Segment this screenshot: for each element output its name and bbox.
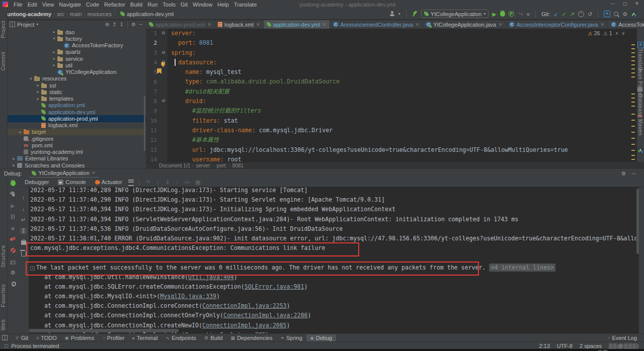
- editor-breadcrumb-item[interactable]: 8081: [232, 163, 244, 168]
- minimize-button[interactable]: —: [607, 0, 619, 8]
- next-error-icon[interactable]: ∨: [621, 31, 625, 36]
- warning-stripe-mark[interactable]: [631, 94, 635, 95]
- tree-arrow-icon[interactable]: ▸: [51, 56, 57, 61]
- warning-stripe-mark[interactable]: [631, 120, 635, 121]
- tool-window-button-debug[interactable]: ◆Debug: [306, 334, 336, 341]
- menu-code[interactable]: Code: [84, 2, 102, 8]
- warning-stripe-mark[interactable]: [631, 98, 635, 99]
- run-to-cursor-icon[interactable]: ↦: [183, 179, 191, 186]
- warning-stripe-mark[interactable]: [631, 56, 635, 57]
- warning-stripe-mark[interactable]: [631, 64, 635, 65]
- inspection-widget[interactable]: ⚠26 ⚠1 ∧ ∨: [588, 30, 625, 36]
- plugin-colorful-icon[interactable]: [631, 11, 637, 17]
- debug-settings-gear-icon[interactable]: ⚙: [621, 170, 626, 177]
- close-tab-icon[interactable]: ✕: [323, 22, 327, 27]
- tree-item-factory[interactable]: ▾factory: [8, 35, 146, 42]
- warning-stripe-mark[interactable]: [631, 159, 635, 160]
- tree-item-application-prod-yml[interactable]: application-prod.yml: [8, 115, 146, 122]
- prev-error-icon[interactable]: ∧: [615, 31, 619, 36]
- tool-stripe-favorites[interactable]: Favorites: [1, 284, 6, 307]
- tool-window-button-dependencies[interactable]: ▦Dependencies: [227, 334, 277, 341]
- console-vertical-scrollbar[interactable]: [636, 189, 639, 254]
- tool-stripe-project[interactable]: Project: [1, 21, 6, 38]
- editor-breadcrumb-item[interactable]: port:: [217, 163, 227, 168]
- menu-tools[interactable]: Tools: [160, 2, 178, 8]
- menu-run[interactable]: Run: [145, 2, 160, 8]
- menu-refactor[interactable]: Refactor: [102, 2, 128, 8]
- menu-window[interactable]: Window: [190, 2, 215, 8]
- status-segment[interactable]: 2:13: [539, 343, 549, 349]
- tree-item-service[interactable]: ▸service: [8, 55, 146, 62]
- close-tab-icon[interactable]: ✕: [207, 22, 211, 27]
- project-scrollbar[interactable]: [144, 96, 145, 151]
- close-tab-icon[interactable]: ✕: [499, 22, 503, 27]
- expand-all-icon[interactable]: ↥: [111, 22, 118, 27]
- tree-arrow-icon[interactable]: ▸: [35, 97, 41, 101]
- scroll-to-end-icon[interactable]: ↧: [20, 228, 27, 234]
- tree-arrow-icon[interactable]: ▸: [51, 50, 57, 54]
- tool-window-button-todo[interactable]: ≡TODO: [32, 334, 61, 341]
- debug-settings-icon[interactable]: ⚙: [10, 270, 16, 276]
- menu-build[interactable]: Build: [128, 2, 145, 8]
- debug-button[interactable]: [500, 11, 505, 17]
- run-button[interactable]: ▶: [492, 11, 496, 17]
- tree-arrow-icon[interactable]: ▸: [51, 63, 57, 67]
- tree-item--gitignore[interactable]: .gitignore: [8, 135, 146, 142]
- tree-item-quartz[interactable]: ▸quartz: [8, 49, 146, 55]
- tool-stripe-structure[interactable]: Structure: [1, 245, 6, 268]
- db-icon[interactable]: [637, 87, 642, 92]
- warning-stripe-mark[interactable]: [631, 76, 635, 77]
- pause-icon[interactable]: [10, 214, 16, 220]
- stop-icon[interactable]: ■: [10, 225, 16, 231]
- breadcrumb-item[interactable]: src: [57, 11, 64, 17]
- editor-breadcrumb-item[interactable]: Document 1/1: [159, 163, 190, 168]
- eq-icon[interactable]: [637, 147, 643, 153]
- tree-item-application-yml[interactable]: application.yml: [8, 102, 146, 109]
- status-segment[interactable]: UTF-8: [557, 343, 573, 349]
- profiler-button[interactable]: Ⓟ: [509, 11, 514, 17]
- fold-icon[interactable]: ⊖: [162, 30, 166, 35]
- rollback-icon[interactable]: ↺: [588, 11, 592, 17]
- warning-stripe-mark[interactable]: [631, 132, 635, 133]
- tree-arrow-icon[interactable]: ▸: [17, 130, 24, 134]
- menu-file[interactable]: File: [11, 2, 25, 8]
- tree-item-application-dev-yml[interactable]: application-dev.yml: [8, 109, 146, 115]
- step-out-icon[interactable]: ↑: [175, 179, 181, 185]
- tool-window-button-problems[interactable]: ◉Problems: [61, 334, 98, 341]
- locate-file-icon[interactable]: ⊕: [104, 22, 111, 27]
- tree-item-templates[interactable]: ▸templates: [8, 96, 146, 102]
- tree-item-logback-xml[interactable]: logback.xml: [8, 122, 146, 129]
- editor[interactable]: 1234567891011121314⊖⊖⊖⊖ server: port: 80…: [146, 29, 637, 162]
- warning-stripe-mark[interactable]: [631, 155, 635, 156]
- warning-stripe-mark[interactable]: [631, 60, 635, 61]
- print-icon[interactable]: [20, 239, 27, 245]
- translate-icon[interactable]: [637, 42, 644, 48]
- tab-accesstokenfactory-java[interactable]: AccessTokenFactory.java✕: [608, 20, 644, 29]
- warning-stripe-mark[interactable]: [631, 126, 635, 127]
- modify-run-config-icon[interactable]: [10, 191, 16, 198]
- clear-console-icon[interactable]: [20, 250, 27, 257]
- tab-logback-xml[interactable]: logback.xml✕: [215, 20, 264, 29]
- hide-panel-icon[interactable]: ─: [137, 22, 144, 27]
- pin-icon[interactable]: [10, 281, 16, 288]
- close-button[interactable]: ✕: [631, 0, 643, 8]
- evaluate-expression-icon[interactable]: ▦: [194, 179, 202, 186]
- menu-navigate[interactable]: Navigate: [56, 2, 83, 8]
- view-breakpoints-icon[interactable]: [10, 236, 16, 243]
- tree-item-ytcollegeapplication[interactable]: YtCollegeApplication: [8, 69, 146, 75]
- tree-item-pom-xml[interactable]: pom.xml: [8, 142, 146, 148]
- search-everywhere-icon[interactable]: [614, 12, 619, 17]
- tree-arrow-icon[interactable]: ▾: [28, 76, 34, 81]
- event-log-button[interactable]: ◔Event Log: [607, 335, 644, 341]
- tree-item-target[interactable]: ▸target: [8, 129, 146, 135]
- maximize-button[interactable]: ▢: [619, 0, 631, 8]
- breadcrumb-item[interactable]: main: [70, 11, 82, 17]
- tree-item-ssl[interactable]: ▸ssl: [8, 82, 146, 89]
- force-step-into-icon[interactable]: ⇓: [164, 179, 171, 186]
- tab-announcementcontroller-java[interactable]: AnnouncementController.java✕: [330, 20, 423, 29]
- tool-window-button-git[interactable]: ϒGit: [12, 334, 32, 341]
- debug-tab-console[interactable]: Console: [55, 179, 89, 185]
- menu-translate[interactable]: Translate: [231, 2, 259, 8]
- tree-arrow-icon[interactable]: ▸: [11, 163, 17, 167]
- breadcrumb-item[interactable]: resources: [88, 11, 112, 17]
